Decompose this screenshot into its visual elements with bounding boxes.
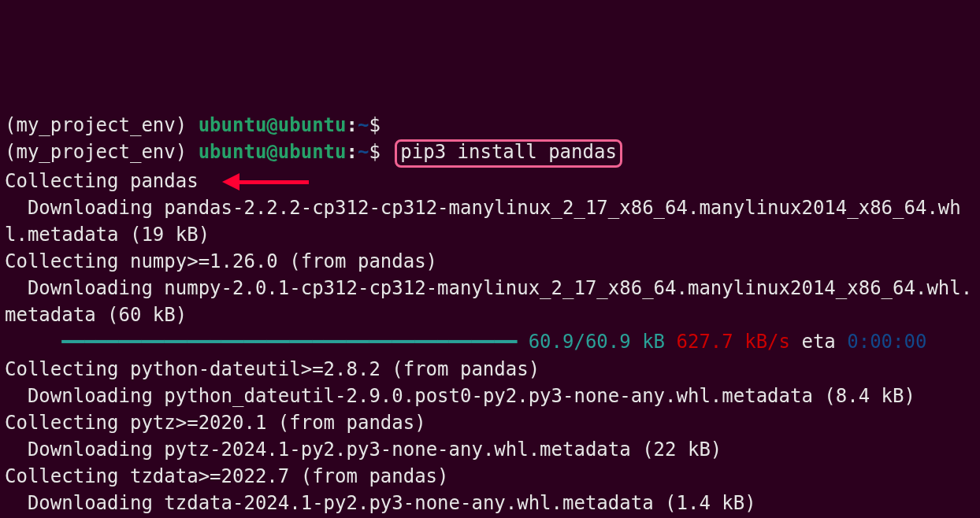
output-line: Downloading tzdata-2024.1-py2.py3-none-a…: [5, 492, 756, 514]
output-line: Downloading python_dateutil-2.9.0.post0-…: [5, 385, 915, 407]
command-highlight-box: pip3 install pandas: [395, 139, 622, 168]
venv-name: (my_project_env): [5, 141, 199, 163]
user-host: ubuntu@ubuntu: [199, 141, 347, 163]
progress-bar-fill: ━━━━━━━━━━━━━━━━━━━━━━━━━━━━━━━━━━━━━━━━: [61, 331, 517, 353]
typed-command: pip3 install pandas: [400, 141, 617, 163]
output-line: Collecting python-dateutil>=2.8.2 (from …: [5, 358, 540, 380]
output-line: Collecting tzdata>=2022.7 (from pandas): [5, 465, 449, 487]
output-line: Collecting numpy>=1.26.0 (from pandas): [5, 250, 437, 272]
terminal-prompt-line-2[interactable]: (my_project_env) ubuntu@ubuntu:~$ pip3 i…: [5, 141, 622, 163]
progress-bar-size: 60.9/60.9 kB: [517, 331, 665, 353]
user-host: ubuntu@ubuntu: [199, 114, 347, 136]
prompt-colon: :: [346, 141, 357, 163]
output-line: Downloading numpy-2.0.1-cp312-cp312-many…: [5, 277, 972, 326]
progress-bar-eta-label: eta: [790, 331, 847, 353]
progress-bar-indent: [5, 331, 61, 353]
cwd-path: ~: [358, 114, 369, 136]
prompt-colon: :: [346, 114, 357, 136]
output-line: Downloading pandas-2.2.2-cp312-cp312-man…: [5, 197, 961, 246]
output-line: Collecting pandas: [5, 170, 199, 192]
terminal-prompt-line-1: (my_project_env) ubuntu@ubuntu:~$: [5, 114, 392, 136]
progress-bar-line: ━━━━━━━━━━━━━━━━━━━━━━━━━━━━━━━━━━━━━━━━…: [5, 331, 926, 353]
cwd-path: ~: [358, 141, 369, 163]
progress-bar-eta-time: 0:00:00: [847, 331, 926, 353]
venv-name: (my_project_env): [5, 114, 199, 136]
progress-bar-rate: 627.7 kB/s: [665, 331, 790, 353]
output-line: Downloading pytz-2024.1-py2.py3-none-any…: [5, 438, 722, 461]
prompt-dollar: $: [369, 141, 392, 163]
arrow-annotation: [222, 173, 309, 191]
prompt-dollar: $: [369, 114, 392, 136]
output-line: Collecting pytz>=2020.1 (from pandas): [5, 412, 426, 434]
